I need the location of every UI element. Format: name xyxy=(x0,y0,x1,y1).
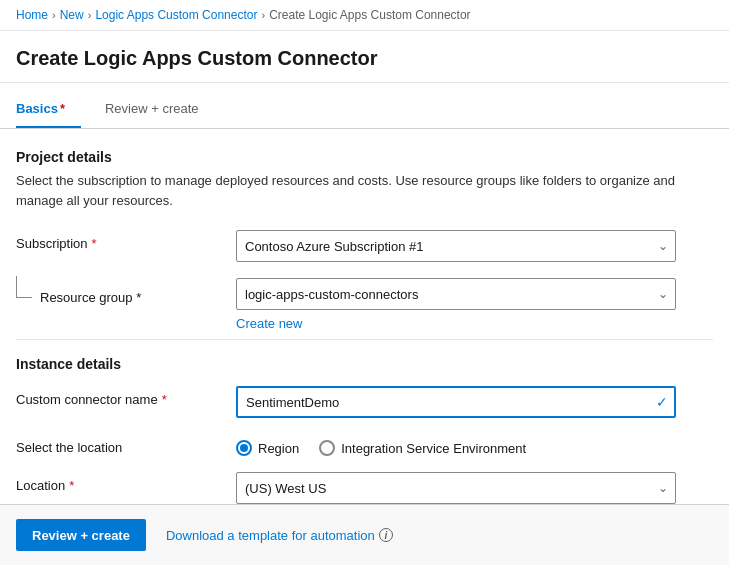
subscription-control: Contoso Azure Subscription #1 ⌄ xyxy=(236,230,676,262)
breadcrumb-sep-2: › xyxy=(88,9,92,21)
location-type-control: Region Integration Service Environment xyxy=(236,434,676,456)
project-details-title: Project details xyxy=(16,149,713,165)
download-template-link[interactable]: Download a template for automation i xyxy=(166,528,393,543)
subscription-label: Subscription * xyxy=(16,230,236,251)
tab-review-create[interactable]: Review + create xyxy=(105,91,215,128)
location-type-label: Select the location xyxy=(16,434,236,455)
breadcrumb-connector[interactable]: Logic Apps Custom Connector xyxy=(95,8,257,22)
footer: Review + create Download a template for … xyxy=(0,504,729,565)
connector-name-row: Custom connector name * ✓ xyxy=(16,386,713,418)
resource-group-label: Resource group * xyxy=(40,284,141,305)
resource-group-select[interactable]: logic-apps-custom-connectors xyxy=(236,278,676,310)
instance-details-title: Instance details xyxy=(16,356,713,372)
review-create-button[interactable]: Review + create xyxy=(16,519,146,551)
resource-group-row: Resource group * logic-apps-custom-conne… xyxy=(16,278,713,331)
radio-ise-circle xyxy=(319,440,335,456)
connector-name-label: Custom connector name * xyxy=(16,386,236,407)
location-select[interactable]: (US) West US xyxy=(236,472,676,504)
project-details-desc: Select the subscription to manage deploy… xyxy=(16,171,713,210)
location-label: Location * xyxy=(16,472,236,493)
subscription-row: Subscription * Contoso Azure Subscriptio… xyxy=(16,230,713,262)
location-control: (US) West US ⌄ xyxy=(236,472,676,504)
resource-group-dropdown-container: logic-apps-custom-connectors ⌄ xyxy=(236,278,676,310)
breadcrumb-new[interactable]: New xyxy=(60,8,84,22)
tab-basics[interactable]: Basics* xyxy=(16,91,81,128)
breadcrumb: Home › New › Logic Apps Custom Connector… xyxy=(0,0,729,31)
resource-group-control: logic-apps-custom-connectors ⌄ Create ne… xyxy=(236,278,676,331)
breadcrumb-sep-1: › xyxy=(52,9,56,21)
breadcrumb-sep-3: › xyxy=(261,9,265,21)
radio-ise-label: Integration Service Environment xyxy=(341,441,526,456)
breadcrumb-current: Create Logic Apps Custom Connector xyxy=(269,8,470,22)
location-type-row: Select the location Region Integration S… xyxy=(16,434,713,456)
location-dropdown-container: (US) West US ⌄ xyxy=(236,472,676,504)
connector-name-input[interactable] xyxy=(236,386,676,418)
rg-indent-area: Resource group * xyxy=(16,278,236,305)
subscription-select[interactable]: Contoso Azure Subscription #1 xyxy=(236,230,676,262)
radio-region-label: Region xyxy=(258,441,299,456)
breadcrumb-home[interactable]: Home xyxy=(16,8,48,22)
location-type-radio-group: Region Integration Service Environment xyxy=(236,434,676,456)
radio-region[interactable]: Region xyxy=(236,440,299,456)
info-icon: i xyxy=(379,528,393,542)
create-new-link[interactable]: Create new xyxy=(236,316,302,331)
radio-region-circle xyxy=(236,440,252,456)
form-content: Project details Select the subscription … xyxy=(0,129,729,540)
connector-name-control: ✓ xyxy=(236,386,676,418)
instance-details-section: Instance details xyxy=(16,339,713,372)
subscription-dropdown-container: Contoso Azure Subscription #1 ⌄ xyxy=(236,230,676,262)
location-row: Location * (US) West US ⌄ xyxy=(16,472,713,504)
tab-bar: Basics* Review + create xyxy=(0,91,729,129)
rg-indent-line xyxy=(16,276,32,298)
page-title: Create Logic Apps Custom Connector xyxy=(0,31,729,83)
radio-ise[interactable]: Integration Service Environment xyxy=(319,440,526,456)
connector-name-input-container: ✓ xyxy=(236,386,676,418)
connector-name-check-icon: ✓ xyxy=(656,394,668,410)
